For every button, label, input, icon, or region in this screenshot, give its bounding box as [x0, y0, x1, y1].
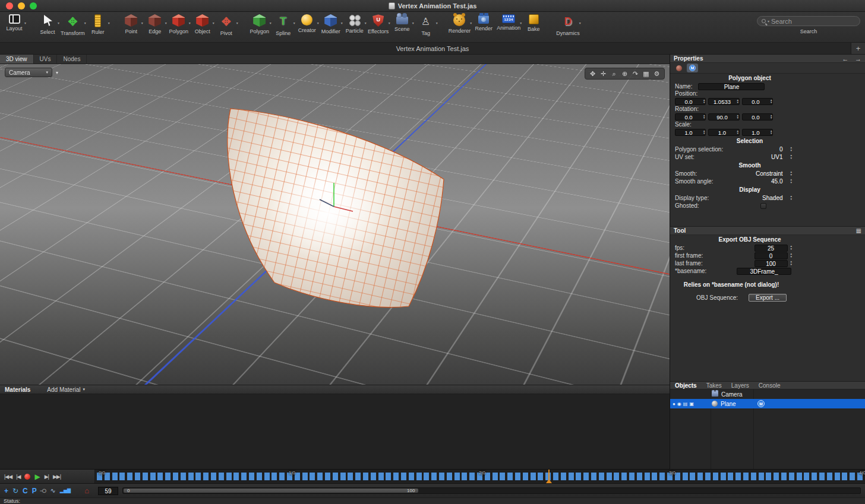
document-tab[interactable]: Vertex Animation Test.jas — [396, 45, 469, 52]
number-field[interactable]: 1.0▲▼ — [708, 129, 739, 136]
stepper-icon[interactable]: ▲▼ — [736, 99, 738, 104]
stepper-icon[interactable]: ▲▼ — [790, 154, 793, 160]
close-button[interactable] — [6, 2, 13, 9]
tree-item-plane[interactable]: ●◉▤▣PlaneM — [670, 399, 865, 408]
toolbar-item-layout[interactable]: Layout▾ — [2, 13, 26, 36]
toolbar-item-particle[interactable]: Particle▾ — [343, 13, 367, 36]
stepper-icon[interactable]: ▲▼ — [770, 99, 772, 104]
stepper-icon[interactable]: ▲▼ — [770, 130, 772, 135]
toolbar-item-renderer[interactable]: Renderer▾ — [447, 13, 472, 36]
tree-item-camera[interactable]: Camera — [670, 389, 865, 399]
settings-icon[interactable]: ⚙ — [652, 69, 661, 78]
add-material-button[interactable]: Add Material ▾ — [47, 386, 85, 393]
plane-mesh[interactable] — [0, 64, 670, 385]
key-icon[interactable]: ⚲ — [39, 488, 48, 493]
stepper-icon[interactable]: ▲▼ — [703, 130, 705, 135]
range-thumb[interactable]: 0 100 — [124, 489, 418, 493]
stepper-icon[interactable]: ▲▼ — [790, 253, 793, 258]
camera-selector[interactable]: Camera ▾ — [5, 68, 52, 77]
export-button[interactable]: Export ... — [749, 294, 787, 302]
curve-icon[interactable]: ∿ — [50, 487, 56, 495]
minimize-button[interactable] — [18, 2, 25, 9]
add-key-icon[interactable]: + — [4, 487, 8, 495]
stepper-icon[interactable]: ▲▼ — [790, 147, 793, 152]
stepper-icon[interactable]: ▲▼ — [736, 115, 738, 120]
dolly-icon[interactable]: ✛ — [599, 69, 608, 78]
camera-toggle-icon[interactable]: ▤ — [683, 401, 688, 407]
toolbar-item-effectors[interactable]: Effectors▾ — [367, 13, 390, 36]
orbit-icon[interactable]: ↷ — [631, 69, 640, 78]
region-zoom-icon[interactable]: ⊕ — [620, 69, 629, 78]
search-input[interactable]: ▾ Search — [757, 16, 860, 26]
tab-console[interactable]: Console — [754, 382, 785, 389]
jump-end-button[interactable]: ▶▶| — [53, 474, 61, 480]
toolbar-item-edge[interactable]: Edge▾ — [143, 13, 167, 36]
toolbar-item-modifier[interactable]: Modifier▾ — [319, 13, 343, 36]
visibility-dot-icon[interactable]: ● — [673, 401, 675, 407]
stepper-icon[interactable]: ▲▼ — [736, 130, 738, 135]
timeline-strip[interactable]: 0|01|02|03|04|0 — [95, 470, 865, 483]
cycle-icon[interactable]: ↻ — [12, 487, 18, 495]
record-button[interactable] — [24, 474, 30, 480]
number-field[interactable]: 1.0▲▼ — [675, 129, 706, 136]
current-frame-field[interactable]: 59 — [98, 487, 118, 495]
basename-field[interactable]: 3DFrame_ — [737, 268, 791, 275]
viewport-tab-nodes[interactable]: Nodes — [57, 55, 87, 64]
step-forward-button[interactable]: ▶| — [45, 474, 49, 480]
stepper-icon[interactable]: ▲▼ — [703, 115, 705, 120]
stepper-icon[interactable]: ▲▼ — [770, 115, 772, 120]
toolbar-item-spline[interactable]: TSpline▾ — [272, 13, 295, 36]
p-button[interactable]: P — [32, 487, 37, 495]
tag-badge[interactable]: M — [757, 400, 765, 407]
property-value[interactable]: 25 — [754, 245, 788, 252]
viewport-3d[interactable]: Camera ▾ ▾ ✥✛⌕⊕↷▦⚙ — [0, 64, 670, 385]
range-scrollbar[interactable]: 0 100 — [122, 487, 861, 494]
number-field[interactable]: 0.0▲▼ — [675, 113, 706, 121]
property-value[interactable]: 45.0 — [754, 178, 789, 185]
property-value[interactable]: UV1 — [754, 154, 789, 160]
stepper-icon[interactable]: ▲▼ — [790, 195, 793, 201]
materials-area[interactable] — [0, 394, 670, 469]
layout-grid-icon[interactable]: ▦ — [642, 69, 651, 78]
jump-start-button[interactable]: |◀◀ — [4, 474, 12, 480]
toolbar-item-tag[interactable]: ♙Tag▾ — [414, 13, 438, 36]
play-button[interactable]: ▶ — [34, 473, 40, 481]
back-icon[interactable]: ← — [842, 55, 848, 62]
number-field[interactable]: 0.0▲▼ — [742, 113, 773, 121]
toolbar-item-pivot[interactable]: ✥Pivot▾ — [214, 13, 238, 36]
property-value[interactable]: Shaded — [754, 195, 789, 201]
toolbar-item-transform[interactable]: ✥Transform▾ — [59, 13, 86, 36]
step-back-button[interactable]: |◀ — [16, 474, 20, 480]
viewport-tab-3d-view[interactable]: 3D view — [0, 55, 34, 64]
viewport-tab-uvs[interactable]: UVs — [34, 55, 58, 64]
property-value[interactable]: 100 — [754, 260, 788, 267]
tab-object-properties[interactable] — [673, 64, 684, 72]
forward-icon[interactable]: → — [855, 55, 861, 62]
toolbar-item-select[interactable]: Select▾ — [36, 13, 59, 36]
tab-tag-properties[interactable]: M — [687, 64, 698, 72]
tab-takes[interactable]: Takes — [702, 382, 727, 389]
name-field[interactable]: Plane — [698, 83, 765, 90]
toolbar-item-point[interactable]: Point▾ — [119, 13, 143, 36]
zoom-icon[interactable]: ⌕ — [610, 69, 618, 78]
number-field[interactable]: 0.0▲▼ — [675, 98, 706, 105]
render-toggle-icon[interactable]: ▣ — [689, 401, 694, 407]
stepper-icon[interactable]: ▲▼ — [703, 99, 705, 104]
toolbar-item-polygon-mode[interactable]: Polygon▾ — [167, 13, 191, 36]
toolbar-item-creator[interactable]: Creator▾ — [295, 13, 319, 36]
tool-options-icon[interactable]: ▦ — [856, 227, 861, 234]
toolbar-item-animation[interactable]: Animation▾ — [495, 13, 522, 36]
toolbar-item-object-mode[interactable]: Object▾ — [191, 13, 214, 36]
property-value[interactable]: 0 — [754, 252, 788, 259]
toolbar-item-bake[interactable]: Bake — [522, 13, 545, 36]
stepper-icon[interactable]: ▲▼ — [790, 261, 793, 266]
stepper-icon[interactable]: ▲▼ — [790, 171, 793, 176]
number-field[interactable]: 90.0▲▼ — [708, 113, 739, 121]
eye-icon[interactable]: ◉ — [677, 401, 681, 407]
toolbar-item-dynamics[interactable]: DDynamics▾ — [555, 13, 581, 36]
add-tab-button[interactable]: + — [851, 43, 865, 54]
toolbar-item-scene[interactable]: Scene▾ — [390, 13, 414, 36]
pan-icon[interactable]: ✥ — [588, 69, 597, 78]
toolbar-item-ruler[interactable]: Ruler▾ — [86, 13, 110, 36]
number-field[interactable]: 0.0▲▼ — [742, 98, 773, 105]
